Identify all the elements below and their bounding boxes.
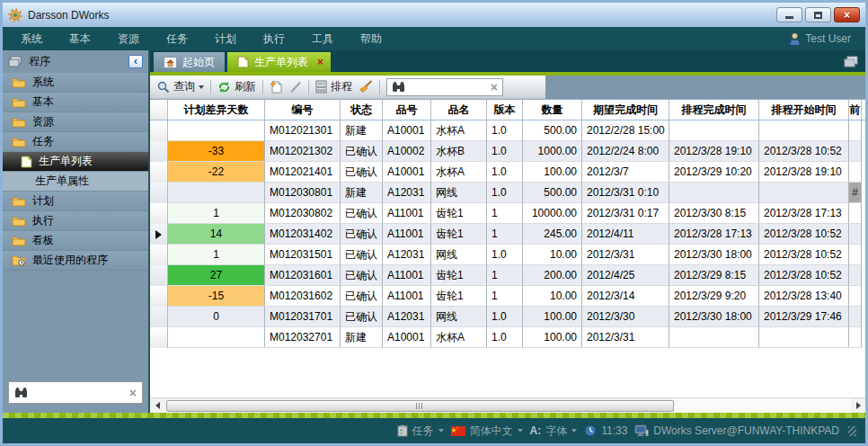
cell-sched_end[interactable] — [669, 120, 759, 141]
cell-status[interactable]: 已确认 — [341, 286, 383, 307]
cell-ver[interactable]: 1 — [487, 224, 523, 245]
table-row[interactable]: M012030801新建A12031网线1.0500.002012/3/31 0… — [150, 183, 865, 203]
scrollbar-track[interactable] — [674, 398, 851, 413]
cell-sched_end[interactable]: 2012/3/29 10:20 — [669, 162, 759, 183]
cell-due[interactable]: 2012/3/31 — [582, 327, 669, 348]
cell-qty[interactable]: 100.00 — [523, 162, 582, 183]
column-header[interactable]: 版本 — [487, 100, 523, 120]
cell-ver[interactable]: 1 — [487, 286, 523, 307]
cell-item_name[interactable]: 网线 — [431, 245, 487, 265]
sidebar-item-recent-programs[interactable]: 最近使用的程序 — [3, 251, 148, 271]
row-selector[interactable] — [150, 183, 168, 203]
cell-sched_start[interactable] — [759, 120, 849, 141]
cell-no[interactable]: M012031402 — [265, 224, 341, 245]
cell-no[interactable]: M012031602 — [265, 286, 341, 307]
column-header[interactable]: 品名 — [431, 100, 487, 120]
cell-no[interactable]: M012021301 — [265, 120, 341, 141]
cell-item_no[interactable]: A12031 — [383, 183, 431, 203]
cell-due[interactable]: 2012/3/31 0:10 — [582, 183, 669, 203]
cell-no[interactable]: M012030801 — [265, 183, 341, 203]
close-button[interactable]: × — [834, 7, 860, 22]
cell-item_no[interactable]: A12031 — [383, 307, 431, 327]
cell-status[interactable]: 已确认 — [341, 203, 383, 224]
cell-extra[interactable] — [849, 286, 862, 307]
cell-ver[interactable]: 1.0 — [487, 327, 523, 348]
column-header[interactable]: 计划差异天数 — [168, 100, 265, 120]
column-header[interactable]: 品号 — [383, 100, 431, 120]
cell-diff[interactable]: -33 — [168, 141, 265, 162]
cell-extra[interactable] — [849, 307, 862, 327]
cell-qty[interactable]: 100.00 — [523, 327, 582, 348]
cell-diff[interactable] — [168, 120, 265, 141]
cell-sched_end[interactable]: 2012/3/29 9:20 — [669, 286, 759, 307]
cell-item_no[interactable]: A11001 — [383, 265, 431, 286]
cell-extra[interactable] — [849, 327, 862, 348]
cell-item_no[interactable]: A12031 — [383, 245, 431, 265]
scroll-left-arrow[interactable] — [150, 398, 164, 413]
row-selector[interactable] — [150, 286, 168, 307]
cell-diff[interactable]: -15 — [168, 286, 265, 307]
cell-sched_start[interactable]: 2012/3/28 13:40 — [759, 286, 849, 307]
column-header[interactable]: 排程开始时间 — [759, 100, 849, 120]
sidebar-item-plan[interactable]: 计划 — [3, 192, 148, 211]
cell-due[interactable]: 2012/3/30 — [582, 307, 669, 327]
cell-extra[interactable] — [849, 245, 862, 265]
cell-item_name[interactable]: 网线 — [431, 183, 487, 203]
cell-status[interactable]: 新建 — [341, 120, 383, 141]
sidebar-search-clear-icon[interactable]: × — [129, 386, 137, 400]
sidebar-item-resource[interactable]: 资源 — [3, 112, 148, 132]
cell-no[interactable]: M012032701 — [265, 327, 341, 348]
cell-ver[interactable]: 1.0 — [487, 162, 523, 183]
table-row[interactable]: 1M012030802已确认A11001齿轮1110000.002012/3/3… — [150, 203, 865, 224]
cell-sched_end[interactable]: 2012/3/28 19:10 — [669, 141, 759, 162]
row-selector[interactable] — [150, 245, 168, 265]
tab-production-order-list[interactable]: 生产单列表 × — [227, 52, 331, 72]
cell-qty[interactable]: 10000.00 — [523, 203, 582, 224]
cell-ver[interactable]: 1 — [487, 265, 523, 286]
refresh-button[interactable]: 刷新 — [217, 79, 256, 94]
cell-status[interactable]: 新建 — [341, 183, 383, 203]
cell-diff[interactable]: 14 — [168, 224, 265, 245]
cell-ver[interactable]: 1.0 — [487, 245, 523, 265]
column-header[interactable]: 编号 — [265, 100, 341, 120]
cell-status[interactable]: 已确认 — [341, 265, 383, 286]
cell-item_name[interactable]: 水杯A — [431, 120, 487, 141]
cell-item_name[interactable]: 齿轮1 — [431, 224, 487, 245]
column-header[interactable]: 前 — [849, 100, 862, 120]
minimize-button[interactable] — [776, 7, 802, 22]
toolbar-search-box[interactable]: × — [386, 78, 503, 96]
cell-item_no[interactable]: A11001 — [383, 286, 431, 307]
cell-qty[interactable]: 100.00 — [523, 307, 582, 327]
cell-no[interactable]: M012021401 — [265, 162, 341, 183]
sidebar-item-task[interactable]: 任务 — [3, 132, 148, 152]
cell-ver[interactable]: 1.0 — [487, 141, 523, 162]
status-task-menu[interactable]: 任务 — [397, 424, 444, 439]
cell-item_name[interactable]: 齿轮1 — [431, 286, 487, 307]
cell-no[interactable]: M012031601 — [265, 265, 341, 286]
cell-qty[interactable]: 500.00 — [523, 120, 582, 141]
sidebar-search-box[interactable]: × — [8, 381, 143, 404]
cell-item_no[interactable]: A10002 — [383, 141, 431, 162]
status-language-menu[interactable]: 简体中文 — [451, 424, 523, 439]
table-row[interactable]: 0M012031701已确认A12031网线1.0100.002012/3/30… — [150, 307, 865, 327]
sidebar-item-board[interactable]: 看板 — [3, 231, 148, 251]
cell-extra[interactable] — [849, 265, 862, 286]
schedule-button[interactable]: 排程 — [315, 79, 352, 94]
cell-ver[interactable]: 1.0 — [487, 183, 523, 203]
cell-due[interactable]: 2012/3/31 0:17 — [582, 203, 669, 224]
cell-qty[interactable]: 500.00 — [523, 183, 582, 203]
current-user[interactable]: Test User — [789, 32, 851, 45]
sidebar-search-input[interactable] — [33, 387, 124, 399]
tab-close-icon[interactable]: × — [317, 56, 323, 68]
cell-item_name[interactable]: 网线 — [431, 307, 487, 327]
cell-item_name[interactable]: 水杯B — [431, 141, 487, 162]
cell-due[interactable]: 2012/2/24 8:00 — [582, 141, 669, 162]
sidebar-item-execute[interactable]: 执行 — [3, 211, 148, 231]
cell-sched_start[interactable] — [759, 183, 849, 203]
cell-status[interactable]: 已确认 — [341, 162, 383, 183]
cell-status[interactable]: 已确认 — [341, 307, 383, 327]
scroll-right-arrow[interactable] — [851, 398, 865, 413]
cell-no[interactable]: M012021302 — [265, 141, 341, 162]
cell-sched_end[interactable]: 2012/3/30 18:00 — [669, 307, 759, 327]
cell-due[interactable]: 2012/2/28 15:00 — [582, 120, 669, 141]
